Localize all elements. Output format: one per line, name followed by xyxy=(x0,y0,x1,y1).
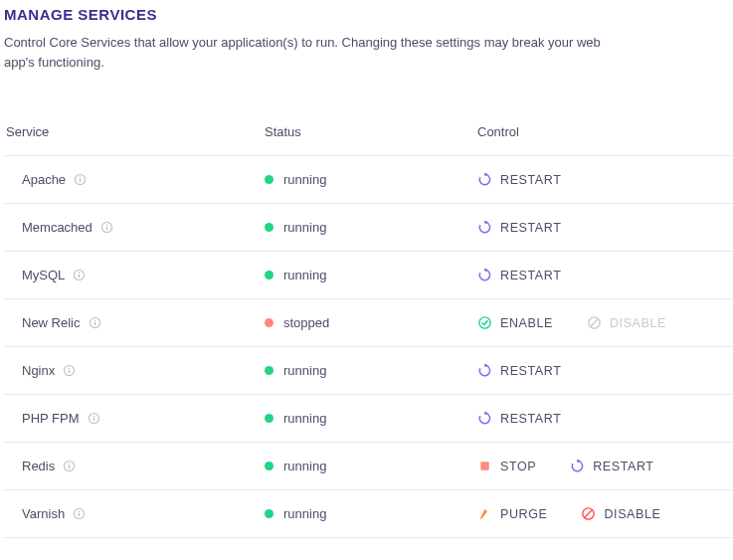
control-label: RESTART xyxy=(593,460,653,473)
page-title: MANAGE SERVICES xyxy=(4,6,733,23)
service-row: Memcached running RESTART xyxy=(4,204,733,252)
control-cell: RESTART xyxy=(477,206,731,249)
status-text: running xyxy=(283,411,326,426)
control-cell: RESTART xyxy=(477,349,731,392)
column-header-control: Control xyxy=(477,110,731,153)
restart-icon xyxy=(570,459,585,473)
control-label: RESTART xyxy=(500,221,561,235)
status-text: running xyxy=(283,172,326,187)
control-label: RESTART xyxy=(500,173,561,187)
status-indicator-icon xyxy=(265,462,274,470)
service-name: MySQL xyxy=(22,268,65,282)
status-indicator-icon xyxy=(265,318,274,327)
control-label: PURGE xyxy=(500,507,547,521)
status-text: running xyxy=(283,363,326,378)
status-indicator-icon xyxy=(265,366,274,375)
control-label: RESTART xyxy=(500,364,561,378)
restart-icon xyxy=(477,172,492,187)
check-circle-icon xyxy=(477,315,492,330)
services-table: Service Status Control Apache running RE… xyxy=(4,108,733,538)
restart-icon xyxy=(477,220,492,235)
control-label: RESTART xyxy=(500,412,561,426)
status-indicator-icon xyxy=(265,271,274,280)
control-label: ENABLE xyxy=(500,316,553,330)
service-name: Varnish xyxy=(22,506,65,521)
restart-button[interactable]: RESTART xyxy=(477,220,561,235)
restart-button[interactable]: RESTART xyxy=(477,172,561,187)
table-header-row: Service Status Control xyxy=(4,108,733,156)
control-cell: STOP RESTART xyxy=(477,445,731,487)
stop-button[interactable]: STOP xyxy=(477,459,536,473)
status-text: stopped xyxy=(283,315,329,330)
column-header-status: Status xyxy=(265,110,477,153)
control-cell: RESTART xyxy=(477,397,731,440)
control-label: DISABLE xyxy=(610,316,666,330)
service-name: Memcached xyxy=(22,220,92,235)
service-row: New Relic stopped ENABLE DISABLE xyxy=(4,299,733,347)
service-name: Redis xyxy=(22,459,55,473)
info-icon[interactable] xyxy=(89,316,101,329)
info-icon[interactable] xyxy=(73,507,86,520)
status-text: running xyxy=(283,459,326,473)
enable-button[interactable]: ENABLE xyxy=(477,315,553,330)
info-icon[interactable] xyxy=(88,412,100,425)
control-label: RESTART xyxy=(500,269,561,282)
control-cell: RESTART xyxy=(477,158,731,201)
purge-button[interactable]: PURGE xyxy=(477,506,547,521)
service-row: Nginx running RESTART xyxy=(4,347,733,395)
service-row: PHP FPM running RESTART xyxy=(4,395,733,443)
status-indicator-icon xyxy=(265,509,274,518)
control-cell: PURGE DISABLE xyxy=(477,492,731,535)
service-row: Apache running RESTART xyxy=(4,156,733,204)
page-description: Control Core Services that allow your ap… xyxy=(4,33,621,73)
restart-button[interactable]: RESTART xyxy=(477,268,561,282)
service-name: Nginx xyxy=(22,363,55,378)
control-label: STOP xyxy=(500,460,536,473)
restart-icon xyxy=(477,363,492,378)
disable-button: DISABLE xyxy=(587,315,666,330)
status-text: running xyxy=(283,506,326,521)
restart-button[interactable]: RESTART xyxy=(570,459,653,473)
status-indicator-icon xyxy=(265,414,274,423)
service-row: MySQL running RESTART xyxy=(4,252,733,299)
info-icon[interactable] xyxy=(63,364,76,377)
service-name: PHP FPM xyxy=(22,411,80,426)
status-indicator-icon xyxy=(265,223,274,232)
service-row: Redis running STOP RESTART xyxy=(4,443,733,490)
info-icon[interactable] xyxy=(74,173,87,186)
control-cell: ENABLE DISABLE xyxy=(477,301,731,344)
service-name: New Relic xyxy=(22,315,81,330)
disable-button[interactable]: DISABLE xyxy=(581,506,660,521)
info-icon[interactable] xyxy=(63,460,76,472)
stop-icon xyxy=(477,459,492,473)
info-icon[interactable] xyxy=(100,221,113,234)
control-cell: RESTART xyxy=(477,254,731,296)
restart-button[interactable]: RESTART xyxy=(477,411,561,426)
broom-icon xyxy=(477,506,492,521)
service-row: Varnish running PURGE DISABLE xyxy=(4,490,733,538)
restart-icon xyxy=(477,268,492,282)
service-name: Apache xyxy=(22,172,66,187)
status-text: running xyxy=(283,220,326,235)
restart-icon xyxy=(477,411,492,426)
control-label: DISABLE xyxy=(604,507,660,521)
status-indicator-icon xyxy=(265,175,274,184)
info-icon[interactable] xyxy=(73,269,86,281)
column-header-service: Service xyxy=(6,110,265,153)
restart-button[interactable]: RESTART xyxy=(477,363,561,378)
ban-icon xyxy=(587,315,602,330)
status-text: running xyxy=(283,268,326,282)
ban-icon xyxy=(581,506,596,521)
